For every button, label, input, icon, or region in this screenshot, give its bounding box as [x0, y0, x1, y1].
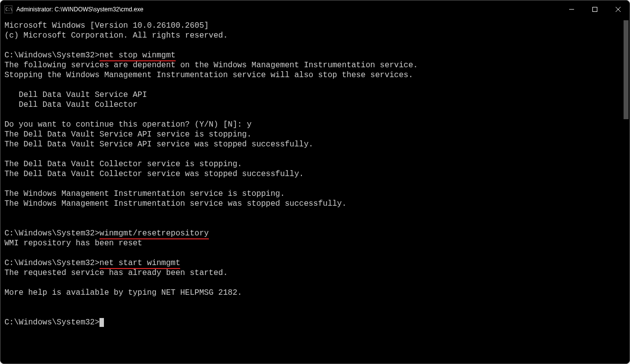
- output-line: Microsoft Windows [Version 10.0.26100.26…: [4, 21, 619, 31]
- prompt-line: C:\Windows\System32>: [4, 318, 619, 327]
- scrollbar[interactable]: [623, 18, 630, 364]
- prompt: C:\Windows\System32>: [4, 51, 99, 60]
- blank-line: [4, 209, 619, 219]
- cmd-icon: C:\: [4, 5, 12, 13]
- output-line: The Windows Management Instrumentation s…: [4, 199, 619, 209]
- prompt: C:\Windows\System32>: [4, 229, 99, 238]
- blank-line: [4, 308, 619, 318]
- blank-line: [4, 278, 619, 288]
- prompt-line: C:\Windows\System32>net start winmgmt: [4, 258, 619, 268]
- command-text: net start winmgmt: [99, 259, 180, 269]
- output-line: More help is available by typing NET HEL…: [4, 288, 619, 298]
- output-line: (c) Microsoft Corporation. All rights re…: [4, 31, 619, 41]
- blank-line: [4, 219, 619, 228]
- cursor: [99, 318, 104, 327]
- output-line: The Windows Management Instrumentation s…: [4, 189, 619, 199]
- command-text: net stop winmgmt: [99, 51, 176, 61]
- output-line: The Dell Data Vault Service API service …: [4, 139, 619, 149]
- terminal-body: Microsoft Windows [Version 10.0.26100.26…: [0, 18, 630, 364]
- window-title: Administrator: C:\WINDOWS\system32\cmd.e…: [16, 6, 560, 13]
- output-line: Dell Data Vault Collector: [4, 100, 619, 110]
- output-line: The Dell Data Vault Service API service …: [4, 130, 619, 139]
- prompt-line: C:\Windows\System32>net stop winmgmt: [4, 50, 619, 60]
- scrollbar-thumb[interactable]: [624, 20, 629, 119]
- blank-line: [4, 298, 619, 308]
- prompt: C:\Windows\System32>: [4, 259, 99, 268]
- titlebar-controls: [560, 0, 630, 18]
- close-button[interactable]: [606, 0, 630, 18]
- prompt-line: C:\Windows\System32>winmgmt/resetreposit…: [4, 228, 619, 238]
- command-text: winmgmt/resetrepository: [99, 229, 209, 239]
- titlebar[interactable]: C:\ Administrator: C:\WINDOWS\system32\c…: [0, 0, 630, 18]
- output-line: WMI repository has been reset: [4, 238, 619, 248]
- output-line: Do you want to continue this operation? …: [4, 120, 619, 130]
- svg-rect-3: [592, 7, 597, 11]
- terminal-content[interactable]: Microsoft Windows [Version 10.0.26100.26…: [0, 18, 623, 364]
- blank-line: [4, 248, 619, 258]
- output-line: The following services are dependent on …: [4, 60, 619, 70]
- output-line: The Dell Data Vault Collector service wa…: [4, 169, 619, 179]
- blank-line: [4, 110, 619, 120]
- output-line: The requested service has already been s…: [4, 268, 619, 278]
- cmd-window: C:\ Administrator: C:\WINDOWS\system32\c…: [0, 0, 630, 364]
- blank-line: [4, 149, 619, 159]
- svg-text:C:\: C:\: [5, 7, 12, 12]
- output-line: The Dell Data Vault Collector service is…: [4, 159, 619, 169]
- blank-line: [4, 179, 619, 189]
- output-line: Dell Data Vault Service API: [4, 90, 619, 100]
- blank-line: [4, 80, 619, 90]
- blank-line: [4, 41, 619, 50]
- maximize-button[interactable]: [583, 0, 606, 18]
- minimize-button[interactable]: [560, 0, 583, 18]
- output-line: Stopping the Windows Management Instrume…: [4, 70, 619, 80]
- prompt: C:\Windows\System32>: [4, 318, 99, 327]
